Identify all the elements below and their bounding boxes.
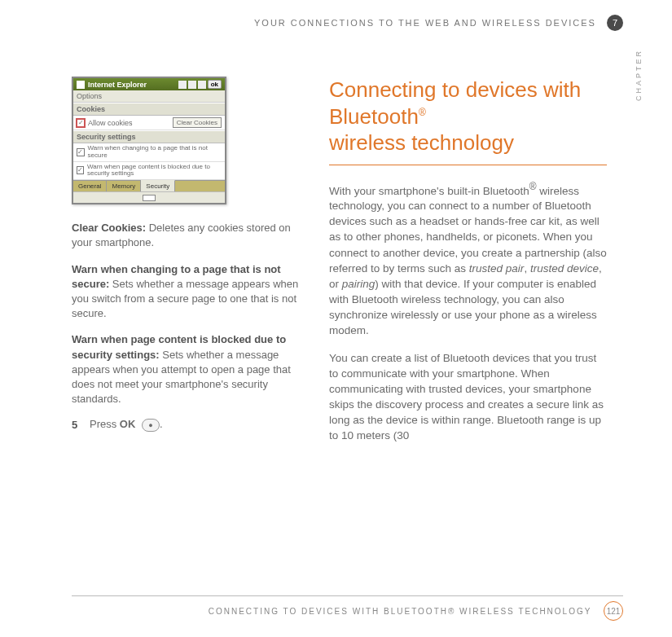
heading-line2: wireless technology <box>329 130 514 155</box>
keyboard-icon <box>143 195 156 201</box>
antenna-icon <box>188 81 196 89</box>
signal-icon <box>178 81 187 89</box>
allow-cookies-checkbox[interactable]: ✓ <box>77 119 85 127</box>
tab-memory[interactable]: Memory <box>107 181 141 191</box>
p1em3: pairing <box>342 278 376 290</box>
step-post <box>135 418 138 430</box>
warn-blocked-label: Warn when page content is blocked due to… <box>87 164 222 178</box>
p1a: With your smartphone's built-in Bluetoot… <box>329 184 529 196</box>
speaker-icon <box>198 81 206 89</box>
running-foot: CONNECTING TO DEVICES WITH BLUETOOTH® WI… <box>72 595 623 621</box>
p1em2: trusted device <box>530 262 599 275</box>
tab-general[interactable]: General <box>73 181 107 191</box>
running-head: YOUR CONNECTIONS TO THE WEB AND WIRELESS… <box>72 15 623 31</box>
step-text: Press OK ●. <box>90 418 163 432</box>
security-heading: Security settings <box>73 130 225 143</box>
allow-cookies-label: Allow cookies <box>88 119 133 127</box>
heading-line1: Connecting to devices with Bluetooth <box>329 77 581 129</box>
tab-security[interactable]: Security <box>141 180 175 191</box>
step-bold: OK <box>120 418 136 430</box>
step-5: 5 Press OK ●. <box>72 418 310 432</box>
screenshot-titlebar: Internet Explorer ok <box>73 78 225 90</box>
warn-insecure-row: ✓ Warn when changing to a page that is n… <box>73 143 225 162</box>
registered-mark-icon-2: ® <box>529 181 537 192</box>
ok-key-icon: ● <box>142 419 160 432</box>
cookies-heading: Cookies <box>73 103 225 116</box>
para-clear-cookies: Clear Cookies: Deletes any cookies store… <box>72 221 310 250</box>
step-number: 5 <box>72 419 83 431</box>
allow-cookies-row: ✓ Allow cookies Clear Cookies <box>73 116 225 130</box>
clear-cookies-button[interactable]: Clear Cookies <box>173 117 222 128</box>
para-warn-blocked: Warn when page content is blocked due to… <box>72 332 310 406</box>
para-clear-cookies-bold: Clear Cookies: <box>72 222 146 234</box>
warn-blocked-row: ✓ Warn when page content is blocked due … <box>73 162 225 181</box>
chapter-side-label: CHAPTER <box>635 49 643 101</box>
screenshot-status-icons: ok <box>178 80 222 89</box>
ok-softkey[interactable]: ok <box>208 80 222 89</box>
page-number: 121 <box>604 601 623 621</box>
warn-blocked-checkbox[interactable]: ✓ <box>77 166 84 174</box>
p1mid: , <box>524 262 530 275</box>
p1em1: trusted pair <box>469 262 525 275</box>
running-head-text: YOUR CONNECTIONS TO THE WEB AND WIRELESS… <box>254 18 596 28</box>
step-pre: Press <box>90 418 120 430</box>
para-warn-insecure: Warn when changing to a page that is not… <box>72 262 310 322</box>
bluetooth-intro-para: With your smartphone's built-in Bluetoot… <box>329 180 607 339</box>
screenshot-footer <box>73 191 225 203</box>
running-foot-text: CONNECTING TO DEVICES WITH BLUETOOTH® WI… <box>209 607 592 616</box>
device-screenshot: Internet Explorer ok Options Cookies ✓ A… <box>72 77 226 204</box>
right-column: Connecting to devices with Bluetooth® wi… <box>329 77 623 455</box>
left-column: Internet Explorer ok Options Cookies ✓ A… <box>72 77 310 455</box>
options-label: Options <box>73 90 225 103</box>
warn-insecure-checkbox[interactable]: ✓ <box>77 148 85 156</box>
bluetooth-trusted-para: You can create a list of Bluetooth devic… <box>329 350 607 444</box>
screenshot-title: Internet Explorer <box>88 81 178 89</box>
section-heading: Connecting to devices with Bluetooth® wi… <box>329 77 607 165</box>
chapter-number-badge: 7 <box>607 15 623 31</box>
registered-mark-icon: ® <box>419 107 426 118</box>
windows-flag-icon <box>77 81 85 89</box>
p1b: wireless technology, you can connect to … <box>329 184 607 275</box>
screenshot-tabs: General Memory Security <box>73 180 225 191</box>
warn-insecure-label: Warn when changing to a page that is not… <box>88 145 222 160</box>
